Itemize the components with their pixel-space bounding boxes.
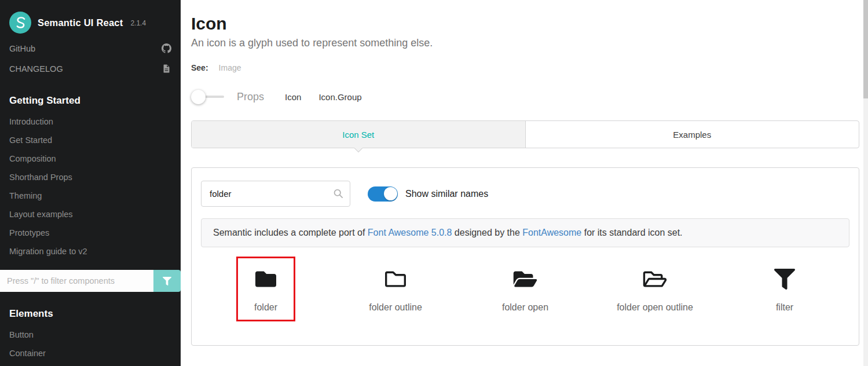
app-title: Semantic UI React bbox=[38, 17, 123, 28]
main-content: Icon An icon is a glyph used to represen… bbox=[181, 0, 868, 366]
props-label: Props bbox=[237, 91, 264, 103]
section-heading-elements: Elements bbox=[0, 292, 181, 325]
icon-result-column: folder open bbox=[460, 257, 590, 321]
icon-result-column: folder open outline bbox=[590, 257, 720, 321]
app-window: Semantic UI React 2.1.4 GitHub CHANGELOG… bbox=[0, 0, 868, 366]
folder-open-icon bbox=[511, 268, 539, 291]
tab-bar: Icon Set Examples bbox=[191, 120, 859, 148]
see-link-image[interactable]: Image bbox=[219, 63, 241, 72]
sidebar-item-container[interactable]: Container bbox=[0, 344, 181, 363]
page-title: Icon bbox=[191, 14, 859, 34]
font-awesome-version-link[interactable]: Font Awesome 5.0.8 bbox=[368, 228, 452, 237]
icon-result-folder-open[interactable]: folder open bbox=[485, 257, 565, 321]
props-link-icon[interactable]: Icon bbox=[285, 92, 301, 102]
icon-result-label: folder open outline bbox=[617, 302, 693, 313]
sidebar-item-theming[interactable]: Theming bbox=[0, 186, 181, 205]
tab-icon-set[interactable]: Icon Set bbox=[192, 121, 525, 148]
sidebar-item-introduction[interactable]: Introduction bbox=[0, 112, 181, 131]
sidebar-item-migration-guide[interactable]: Migration guide to v2 bbox=[0, 242, 181, 261]
font-awesome-info-message: Semantic includes a complete port of Fon… bbox=[201, 218, 849, 247]
sidebar-item-prototypes[interactable]: Prototypes bbox=[0, 224, 181, 242]
sidebar-item-github[interactable]: GitHub bbox=[0, 38, 181, 58]
icon-search-input[interactable] bbox=[201, 181, 350, 207]
sidebar-item-changelog[interactable]: CHANGELOG bbox=[0, 58, 181, 79]
tab-examples[interactable]: Examples bbox=[525, 121, 859, 148]
sidebar-item-button[interactable]: Button bbox=[0, 325, 181, 344]
github-icon bbox=[162, 43, 171, 53]
icon-result-label: folder outline bbox=[369, 302, 422, 313]
icon-results-grid: folder folder outline bbox=[201, 257, 849, 321]
folder-icon bbox=[253, 268, 279, 291]
icon-result-label: folder open bbox=[502, 302, 548, 313]
page-subtitle: An icon is a glyph used to represent som… bbox=[191, 37, 859, 49]
logo-row[interactable]: Semantic UI React 2.1.4 bbox=[0, 0, 181, 38]
sidebar-item-get-started[interactable]: Get Started bbox=[0, 131, 181, 149]
filter-icon bbox=[774, 268, 796, 291]
show-similar-names-label: Show similar names bbox=[405, 189, 488, 199]
semantic-ui-logo-icon bbox=[9, 12, 31, 34]
folder-open-outline-icon bbox=[641, 268, 669, 291]
search-icon bbox=[332, 188, 344, 199]
filter-button[interactable] bbox=[153, 270, 181, 292]
scrollbar-thumb[interactable] bbox=[863, 0, 868, 98]
sidebar-item-divider[interactable]: Divider bbox=[0, 363, 181, 366]
component-filter-input[interactable] bbox=[0, 270, 153, 292]
icon-result-folder-outline[interactable]: folder outline bbox=[352, 257, 439, 321]
info-text: for its standard icon set. bbox=[581, 228, 682, 237]
sidebar-item-shorthand-props[interactable]: Shorthand Props bbox=[0, 168, 181, 186]
folder-outline-icon bbox=[383, 268, 408, 291]
icon-result-filter[interactable]: filter bbox=[757, 257, 812, 321]
icon-result-folder annotation-highlight[interactable]: folder bbox=[236, 257, 295, 321]
github-link-label: GitHub bbox=[9, 44, 35, 53]
props-row: Props Icon Icon.Group bbox=[191, 90, 859, 104]
props-toggle-knob bbox=[191, 90, 206, 104]
icon-result-column: filter bbox=[720, 257, 849, 321]
see-label: See: bbox=[191, 63, 208, 72]
page-scrollbar[interactable] bbox=[863, 0, 868, 366]
sidebar: Semantic UI React 2.1.4 GitHub CHANGELOG… bbox=[0, 0, 181, 366]
sidebar-section-elements: Elements Button Container Divider bbox=[0, 292, 181, 366]
icon-result-label: filter bbox=[776, 302, 793, 313]
file-icon bbox=[162, 64, 171, 74]
see-also-row: See: Image bbox=[191, 63, 859, 72]
icon-result-column: folder bbox=[201, 257, 331, 321]
sidebar-section-getting-started: Getting Started Introduction Get Started… bbox=[0, 79, 181, 261]
info-text: Semantic includes a complete port of bbox=[213, 228, 368, 237]
toggle-knob bbox=[384, 187, 397, 200]
section-heading-getting-started: Getting Started bbox=[0, 79, 181, 112]
info-text: designed by the bbox=[452, 228, 522, 237]
icon-result-column: folder outline bbox=[331, 257, 460, 321]
icon-set-panel: Show similar names Semantic includes a c… bbox=[191, 167, 859, 346]
sidebar-item-layout-examples[interactable]: Layout examples bbox=[0, 205, 181, 224]
props-link-icon-group[interactable]: Icon.Group bbox=[318, 92, 361, 102]
component-filter bbox=[0, 270, 181, 292]
show-similar-names-toggle[interactable] bbox=[368, 186, 398, 202]
icon-result-label: folder bbox=[254, 302, 277, 313]
icon-search-field bbox=[201, 181, 350, 207]
fontawesome-link[interactable]: FontAwesome bbox=[522, 228, 581, 237]
changelog-link-label: CHANGELOG bbox=[9, 64, 63, 74]
icon-result-folder-open-outline[interactable]: folder open outline bbox=[600, 257, 710, 321]
filter-icon bbox=[163, 277, 171, 286]
app-version: 2.1.4 bbox=[130, 19, 146, 27]
sidebar-item-composition[interactable]: Composition bbox=[0, 149, 181, 168]
props-toggle[interactable] bbox=[191, 90, 225, 104]
icon-search-row: Show similar names bbox=[201, 181, 849, 207]
